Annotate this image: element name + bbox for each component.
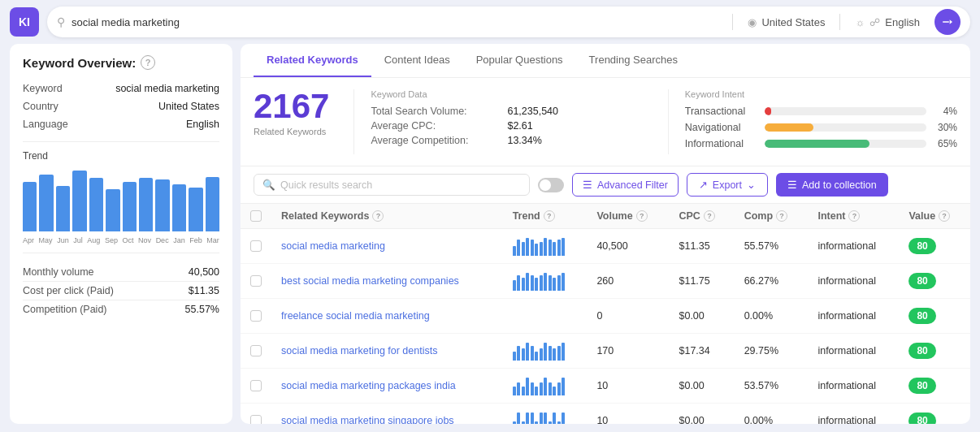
row-checkbox[interactable] [250,380,262,391]
cell-keyword: best social media marketing companies [271,264,503,299]
value-badge: 80 [908,238,935,254]
add-to-collection-button[interactable]: ☰ Add to collection [776,173,888,197]
top-bar: KI ⚲ ◉ United States ☼ ☍ English [0,0,980,44]
language-segment[interactable]: ☼ ☍ English [847,16,928,28]
search-icon-small: 🔍 [262,179,275,191]
cell-volume: 170 [587,334,669,369]
value-badge: 80 [908,308,935,324]
mini-trend-bar [517,346,520,361]
main-layout: Keyword Overview: ? Keyword social media… [0,44,980,430]
search-bar[interactable]: ⚲ ◉ United States ☼ ☍ English [47,6,970,37]
value-badge: 80 [908,343,935,359]
row-checkbox[interactable] [250,415,262,424]
trend-bar [139,178,153,231]
th-value: Value ? [899,204,970,229]
toggle-switch[interactable] [538,178,564,192]
toggle-knob [540,179,551,191]
mini-trend-bar [535,278,538,291]
row-checkbox[interactable] [250,275,262,287]
th-trend: Trend ? [503,204,588,229]
th-rk-info-icon[interactable]: ? [372,210,384,222]
th-vol-info-icon[interactable]: ? [636,210,648,222]
sidebar-title: Keyword Overview: ? [23,55,219,70]
table-row: freelance social media marketing0$0.000.… [241,299,970,334]
mini-trend-bar [562,378,565,395]
mini-trend-bar [513,421,516,424]
select-all-checkbox[interactable] [250,210,262,222]
mini-trend-bar [549,275,552,291]
mini-trend-bar [562,238,565,256]
mini-trend-bar [517,413,520,424]
search-submit-button[interactable] [934,9,960,35]
trend-bar [39,175,53,231]
sidebar-language-row: Language English [23,115,219,133]
mini-trend-bar [544,273,547,291]
search-input[interactable] [72,16,726,28]
quick-search[interactable]: 🔍 Quick results search [254,174,530,196]
mini-trend-bar [526,413,529,424]
ki-navigational-bar [765,123,813,132]
toggle-wrap [538,178,564,192]
cell-value: 80 [899,229,970,264]
info-icon[interactable]: ? [141,55,155,70]
mini-trend-bar [522,348,525,361]
keywords-table-container: Related Keywords ? Trend ? [241,204,970,424]
cell-keyword: social media marketing [271,229,503,264]
trend-bar [172,184,186,231]
mini-trend-bar [553,348,556,361]
table-row: social media marketing40,500$11.3555.57%… [241,229,970,264]
th-volume: Volume ? [587,204,669,229]
tab-content-ideas[interactable]: Content Ideas [371,44,463,77]
value-badge: 80 [908,413,935,424]
mini-trend-bar [513,246,516,256]
tab-bar: Related Keywords Content Ideas Popular Q… [241,44,970,78]
mini-trend-bar [562,343,565,361]
trend-bar [72,171,86,231]
ki-informational-bar-container [765,140,926,148]
mini-trend-bar [557,382,561,396]
ki-navigational-bar-container [765,123,926,132]
row-checkbox[interactable] [250,345,262,356]
search-divider [732,14,733,30]
row-checkbox[interactable] [250,240,262,252]
select-all-header[interactable] [241,204,271,229]
cell-comp: 0.00% [735,299,809,334]
ki-informational-bar [765,140,870,148]
cell-cpc: $17.34 [669,334,734,369]
trend-bar [123,182,137,231]
cell-comp: 29.75% [735,334,809,369]
metric-cpc: Cost per click (Paid) $11.35 [23,281,219,300]
mini-trend-bar [562,273,565,291]
logo: KI [10,7,39,37]
table-row: social media marketing singapore jobs10$… [241,404,970,425]
value-badge: 80 [908,273,935,289]
row-checkbox[interactable] [250,310,262,322]
tab-related-keywords[interactable]: Related Keywords [254,44,371,77]
advanced-filter-button[interactable]: ☰ Advanced Filter [572,173,679,197]
mini-trend-bar [531,382,534,396]
cell-value: 80 [899,299,970,334]
search-divider2 [839,14,840,30]
tab-trending-searches[interactable]: Trending Searches [576,44,691,77]
cell-trend [503,229,588,264]
trend-bar [23,182,37,231]
mini-trend-bar [535,244,538,256]
cell-value: 80 [899,334,970,369]
right-panel: Related Keywords Content Ideas Popular Q… [241,44,970,424]
th-val-info-icon[interactable]: ? [939,210,950,222]
country-segment[interactable]: ◉ United States [739,16,833,28]
svg-rect-0 [943,21,949,22]
th-cpc-info-icon[interactable]: ? [704,210,715,222]
cell-comp: 53.57% [735,369,809,404]
tab-popular-questions[interactable]: Popular Questions [463,44,576,77]
mini-trend-bar [549,240,552,256]
th-trend-info-icon[interactable]: ? [544,210,555,222]
export-button[interactable]: ↗ Export ⌄ [687,173,768,197]
mini-trend-bar [553,278,556,291]
th-comp-info-icon[interactable]: ? [776,210,787,222]
mini-trend-bar [544,413,547,424]
mini-trend-bar [549,382,552,396]
mini-trend-bar [540,275,543,291]
mini-trend-bar [531,275,534,291]
th-intent-info-icon[interactable]: ? [848,210,860,222]
